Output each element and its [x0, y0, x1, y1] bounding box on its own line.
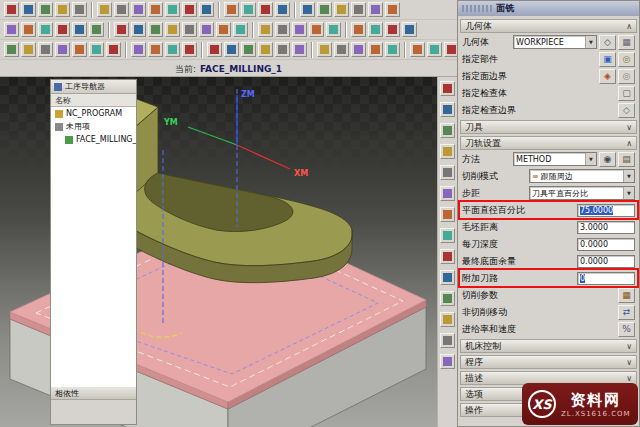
toolbar-icon[interactable]	[224, 2, 239, 17]
side-toolbar-icon[interactable]	[440, 228, 455, 243]
toolbar-icon[interactable]	[182, 2, 197, 17]
dropdown-arrow-icon[interactable]: ▼	[585, 36, 596, 48]
toolbar-icon[interactable]	[4, 42, 19, 57]
side-toolbar-icon[interactable]	[440, 249, 455, 264]
cutting-parameters-icon[interactable]: ▦	[618, 288, 635, 303]
toolbar-icon[interactable]	[182, 22, 197, 37]
geometry-dropdown[interactable]: WORKPIECE ▼	[513, 35, 597, 49]
toolbar-icon[interactable]	[309, 22, 324, 37]
toolbar-icon[interactable]	[241, 2, 256, 17]
side-toolbar-icon[interactable]	[440, 81, 455, 96]
side-toolbar-icon[interactable]	[440, 186, 455, 201]
select-face-boundary-icon[interactable]: ◈	[599, 69, 616, 84]
toolbar-icon[interactable]	[114, 22, 129, 37]
side-toolbar-icon[interactable]	[440, 207, 455, 222]
toolbar-icon[interactable]	[89, 42, 104, 57]
side-toolbar-icon[interactable]	[440, 123, 455, 138]
toolbar-icon[interactable]	[55, 42, 70, 57]
side-toolbar-icon[interactable]	[440, 165, 455, 180]
toolbar-icon[interactable]	[368, 42, 383, 57]
navigator-titlebar[interactable]: 工序导航器	[51, 80, 136, 94]
section-header[interactable]: 程序∨	[460, 355, 637, 369]
toolbar-icon[interactable]	[4, 2, 19, 17]
navigator-tree-item[interactable]: FACE_MILLING_1	[51, 133, 136, 146]
toolbar-icon[interactable]	[385, 42, 400, 57]
field-input[interactable]: 3.0000	[577, 221, 635, 234]
side-toolbar-icon[interactable]	[440, 291, 455, 306]
select-part-icon[interactable]: ▣	[599, 52, 616, 67]
dropdown-arrow-icon[interactable]: ▼	[623, 187, 634, 199]
toolbar-icon[interactable]	[182, 42, 197, 57]
side-toolbar-icon[interactable]	[440, 270, 455, 285]
toolbar-icon[interactable]	[131, 42, 146, 57]
toolbar-icon[interactable]	[351, 2, 366, 17]
new-geometry-icon[interactable]: ▦	[618, 35, 635, 50]
toolbar-icon[interactable]	[258, 42, 273, 57]
toolbar-icon[interactable]	[351, 22, 366, 37]
toolbar-icon[interactable]	[55, 2, 70, 17]
toolbar-icon[interactable]	[258, 2, 273, 17]
section-header-path-settings[interactable]: 刀轨设置 ∧	[460, 136, 637, 150]
side-toolbar-icon[interactable]	[440, 102, 455, 117]
toolbar-icon[interactable]	[89, 22, 104, 37]
toolbar-icon[interactable]	[72, 2, 87, 17]
toolbar-icon[interactable]	[300, 2, 315, 17]
navigator-column-header[interactable]: 名称	[51, 94, 136, 107]
new-method-icon[interactable]: ▤	[618, 152, 635, 167]
toolbar-icon[interactable]	[114, 2, 129, 17]
toolbar-icon[interactable]	[334, 2, 349, 17]
section-header[interactable]: 机床控制∨	[460, 339, 637, 353]
toolbar-icon[interactable]	[258, 22, 273, 37]
toolbar-icon[interactable]	[275, 22, 290, 37]
toolbar-icon[interactable]	[72, 22, 87, 37]
toolbar-icon[interactable]	[292, 22, 307, 37]
side-toolbar-icon[interactable]	[440, 144, 455, 159]
toolbar-icon[interactable]	[131, 2, 146, 17]
display-part-icon[interactable]: ◎	[618, 52, 635, 67]
toolbar-icon[interactable]	[148, 2, 163, 17]
toolbar-icon[interactable]	[165, 22, 180, 37]
toolbar-icon[interactable]	[368, 2, 383, 17]
toolbar-icon[interactable]	[55, 22, 70, 37]
toolbar-icon[interactable]	[216, 22, 231, 37]
toolbar-icon[interactable]	[233, 22, 248, 37]
toolbar-icon[interactable]	[275, 2, 290, 17]
toolbar-icon[interactable]	[334, 42, 349, 57]
stepover-dropdown[interactable]: 刀具平直百分比 ▼	[529, 186, 635, 200]
side-toolbar-icon[interactable]	[440, 312, 455, 327]
toolbar-icon[interactable]	[241, 42, 256, 57]
toolbar-icon[interactable]	[402, 22, 417, 37]
field-input[interactable]: 0	[577, 272, 635, 285]
method-dropdown[interactable]: METHOD ▼	[513, 152, 597, 166]
toolbar-icon[interactable]	[148, 42, 163, 57]
cut-mode-dropdown[interactable]: ≡ 跟随周边 ▼	[529, 169, 635, 183]
side-toolbar-icon[interactable]	[440, 354, 455, 369]
section-header-geometry[interactable]: 几何体 ∧	[460, 19, 637, 33]
dependencies-bar[interactable]: 相依性	[51, 386, 136, 400]
select-check-body-icon[interactable]: ▢	[618, 86, 635, 101]
toolbar-icon[interactable]	[410, 42, 425, 57]
navigator-tree-item[interactable]: NC_PROGRAM	[51, 107, 136, 120]
toolbar-icon[interactable]	[131, 22, 146, 37]
toolbar-icon[interactable]	[38, 42, 53, 57]
dialog-drag-grip[interactable]	[462, 5, 492, 12]
toolbar-icon[interactable]	[38, 2, 53, 17]
toolbar-icon[interactable]	[317, 2, 332, 17]
toolbar-icon[interactable]	[21, 42, 36, 57]
toolbar-icon[interactable]	[385, 2, 400, 17]
toolbar-icon[interactable]	[97, 2, 112, 17]
dropdown-arrow-icon[interactable]: ▼	[585, 153, 596, 165]
toolbar-icon[interactable]	[385, 22, 400, 37]
field-input[interactable]: 0.0000	[577, 255, 635, 268]
dialog-titlebar[interactable]: 面铣	[458, 1, 639, 16]
toolbar-icon[interactable]	[368, 22, 383, 37]
dropdown-arrow-icon[interactable]: ▼	[623, 170, 634, 182]
edit-method-icon[interactable]: ◉	[599, 152, 616, 167]
toolbar-icon[interactable]	[292, 42, 307, 57]
toolbar-icon[interactable]	[317, 42, 332, 57]
toolbar-icon[interactable]	[427, 42, 442, 57]
side-toolbar-icon[interactable]	[440, 333, 455, 348]
toolbar-icon[interactable]	[199, 2, 214, 17]
toolbar-icon[interactable]	[199, 22, 214, 37]
toolbar-icon[interactable]	[165, 42, 180, 57]
